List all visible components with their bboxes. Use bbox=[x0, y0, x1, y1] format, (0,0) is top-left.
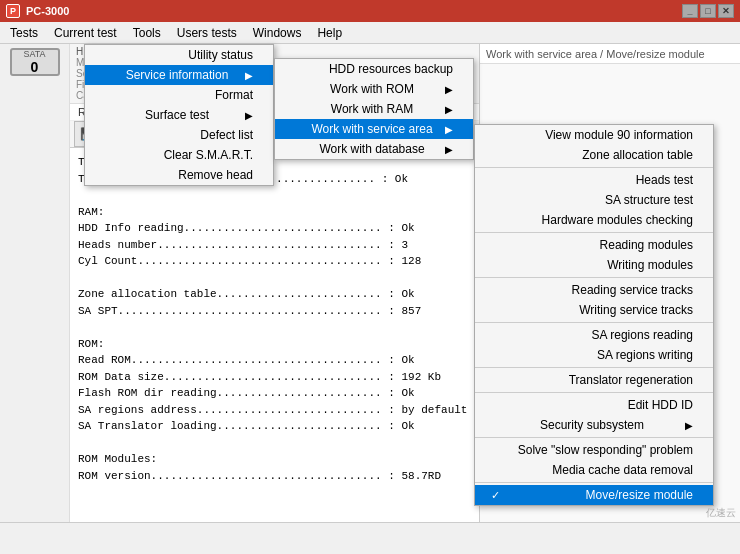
menu-current-test[interactable]: Current test bbox=[46, 22, 125, 43]
log-area: Techno mode key Techno mode key.........… bbox=[70, 148, 479, 554]
log-line-20: ROM version.............................… bbox=[78, 468, 471, 485]
item-label: Work with ROM bbox=[330, 82, 414, 96]
check-mark bbox=[491, 174, 505, 186]
menu-item-writing-service-tracks[interactable]: Writing service tracks bbox=[475, 300, 713, 320]
item-label: SA regions reading bbox=[592, 328, 693, 342]
log-line-12: ROM: bbox=[78, 336, 471, 353]
menu-item-remove-head[interactable]: Remove head bbox=[85, 165, 273, 185]
menu-item-surface-test[interactable]: Surface test ▶ bbox=[85, 105, 273, 125]
item-label: View module 90 information bbox=[545, 128, 693, 142]
menu-item-clear-smart[interactable]: Clear S.M.A.R.T. bbox=[85, 145, 273, 165]
close-button[interactable]: ✕ bbox=[718, 4, 734, 18]
item-label: Media cache data removal bbox=[552, 463, 693, 477]
item-label: Service information bbox=[126, 68, 229, 82]
menu-item-reading-modules[interactable]: Reading modules bbox=[475, 235, 713, 255]
menu-item-zone-allocation[interactable]: Zone allocation table bbox=[475, 145, 713, 165]
check-mark bbox=[101, 49, 115, 61]
item-label: Work with service area bbox=[311, 122, 432, 136]
menu-item-work-service-area[interactable]: Work with service area ▶ bbox=[275, 119, 473, 139]
check-mark bbox=[491, 129, 505, 141]
item-label: SA regions writing bbox=[597, 348, 693, 362]
menu-item-sa-regions-writing[interactable]: SA regions writing bbox=[475, 345, 713, 365]
item-label: Utility status bbox=[188, 48, 253, 62]
menu-item-work-rom[interactable]: Work with ROM ▶ bbox=[275, 79, 473, 99]
check-mark bbox=[101, 129, 115, 141]
menu-item-translator-regen[interactable]: Translator regeneration bbox=[475, 370, 713, 390]
log-line-8 bbox=[78, 270, 471, 287]
window-controls: _ □ ✕ bbox=[682, 4, 734, 18]
submenu-arrow-icon: ▶ bbox=[445, 104, 453, 115]
item-label: Defect list bbox=[200, 128, 253, 142]
menu-item-heads-test[interactable]: Heads test bbox=[475, 170, 713, 190]
check-mark bbox=[291, 103, 305, 115]
title-bar-text: PC-3000 bbox=[26, 5, 682, 17]
check-mark bbox=[491, 214, 505, 226]
menu-windows[interactable]: Windows bbox=[245, 22, 310, 43]
service-area-dropdown: View module 90 information Zone allocati… bbox=[474, 124, 714, 506]
menu-item-service-information[interactable]: Service information ▶ bbox=[85, 65, 273, 85]
check-mark bbox=[101, 109, 115, 121]
menu-tests[interactable]: Tests bbox=[2, 22, 46, 43]
sata-icon: SATA 0 bbox=[10, 48, 60, 76]
app-icon: P bbox=[6, 4, 20, 18]
log-line-14: ROM Data size...........................… bbox=[78, 369, 471, 386]
menu-item-work-ram[interactable]: Work with RAM ▶ bbox=[275, 99, 473, 119]
menu-item-format[interactable]: Format bbox=[85, 85, 273, 105]
item-label: Remove head bbox=[178, 168, 253, 182]
menu-item-reading-service-tracks[interactable]: Reading service tracks bbox=[475, 280, 713, 300]
menu-item-hardware-modules[interactable]: Hardware modules checking bbox=[475, 210, 713, 230]
log-line-5: HDD Info reading........................… bbox=[78, 220, 471, 237]
menu-item-move-resize-module[interactable]: ✓ Move/resize module bbox=[475, 485, 713, 505]
item-label: Writing modules bbox=[607, 258, 693, 272]
item-label: Reading service tracks bbox=[572, 283, 693, 297]
menu-item-security-subsystem[interactable]: Security subsystem ▶ bbox=[475, 415, 713, 435]
divider1 bbox=[475, 167, 713, 168]
log-line-13: Read ROM................................… bbox=[78, 352, 471, 369]
check-mark bbox=[491, 419, 505, 431]
sata-number: 0 bbox=[31, 59, 39, 75]
menu-item-edit-hdd-id[interactable]: Edit HDD ID bbox=[475, 395, 713, 415]
status-bar bbox=[0, 522, 740, 554]
check-mark bbox=[491, 399, 505, 411]
menu-item-work-database[interactable]: Work with database ▶ bbox=[275, 139, 473, 159]
check-mark bbox=[291, 143, 305, 155]
submenu-arrow-icon: ▶ bbox=[445, 84, 453, 95]
maximize-button[interactable]: □ bbox=[700, 4, 716, 18]
check-mark bbox=[491, 304, 505, 316]
check-icon: ✓ bbox=[491, 489, 505, 502]
tests-dropdown: Utility status Service information ▶ For… bbox=[84, 44, 274, 186]
menu-item-hdd-resources[interactable]: HDD resources backup bbox=[275, 59, 473, 79]
log-line-17: SA Translator loading...................… bbox=[78, 418, 471, 435]
menu-tools[interactable]: Tools bbox=[125, 22, 169, 43]
menu-item-view-module-90[interactable]: View module 90 information bbox=[475, 125, 713, 145]
log-line-4: RAM: bbox=[78, 204, 471, 221]
log-line-16: SA regions address......................… bbox=[78, 402, 471, 419]
menu-item-writing-modules[interactable]: Writing modules bbox=[475, 255, 713, 275]
log-line-11 bbox=[78, 319, 471, 336]
item-label: Work with database bbox=[319, 142, 424, 156]
menu-item-solve-slow[interactable]: Solve "slow responding" problem bbox=[475, 440, 713, 460]
divider4 bbox=[475, 322, 713, 323]
menu-help[interactable]: Help bbox=[309, 22, 350, 43]
check-mark bbox=[291, 63, 305, 75]
left-sidebar: SATA 0 bbox=[0, 44, 70, 554]
item-label: HDD resources backup bbox=[329, 62, 453, 76]
menu-item-sa-structure[interactable]: SA structure test bbox=[475, 190, 713, 210]
check-mark bbox=[491, 284, 505, 296]
menu-users-tests[interactable]: Users tests bbox=[169, 22, 245, 43]
log-line-7: Cyl Count...............................… bbox=[78, 253, 471, 270]
menu-item-defect-list[interactable]: Defect list bbox=[85, 125, 273, 145]
menu-item-utility-status[interactable]: Utility status bbox=[85, 45, 273, 65]
minimize-button[interactable]: _ bbox=[682, 4, 698, 18]
check-mark bbox=[101, 69, 115, 81]
check-mark bbox=[491, 149, 505, 161]
divider7 bbox=[475, 437, 713, 438]
item-label: Move/resize module bbox=[586, 488, 693, 502]
menu-item-sa-regions-reading[interactable]: SA regions reading bbox=[475, 325, 713, 345]
check-mark bbox=[101, 169, 115, 181]
item-label: Reading modules bbox=[600, 238, 693, 252]
submenu-arrow-icon: ▶ bbox=[445, 144, 453, 155]
breadcrumb-text: Work with service area / Move/resize mod… bbox=[486, 48, 705, 60]
menu-item-media-cache[interactable]: Media cache data removal bbox=[475, 460, 713, 480]
item-label: Writing service tracks bbox=[579, 303, 693, 317]
